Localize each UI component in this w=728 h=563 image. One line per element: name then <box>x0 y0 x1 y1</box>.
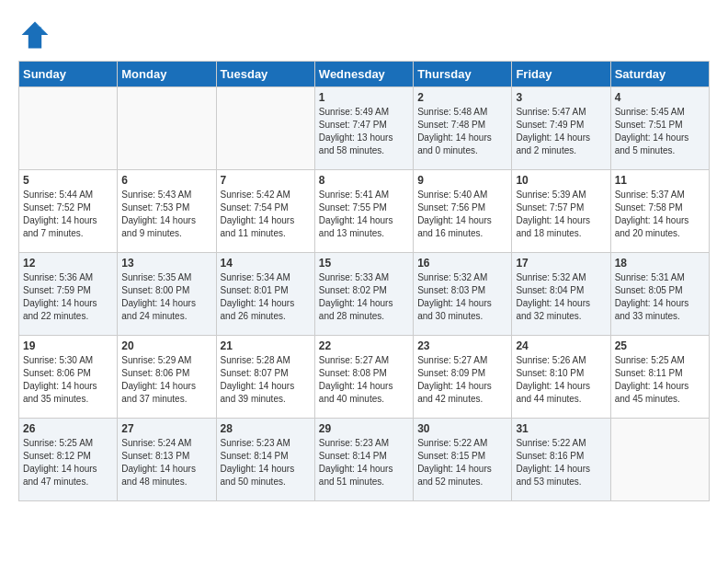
day-number: 31 <box>516 422 606 435</box>
calendar-cell: 28Sunrise: 5:23 AM Sunset: 8:14 PM Dayli… <box>216 419 314 501</box>
day-number: 7 <box>221 174 311 187</box>
day-info: Sunrise: 5:34 AM Sunset: 8:01 PM Dayligh… <box>221 271 311 323</box>
day-number: 5 <box>23 174 113 187</box>
day-number: 29 <box>319 422 409 435</box>
day-number: 14 <box>221 257 311 270</box>
calendar-cell: 12Sunrise: 5:36 AM Sunset: 7:59 PM Dayli… <box>19 253 118 336</box>
calendar-cell: 9Sunrise: 5:40 AM Sunset: 7:56 PM Daylig… <box>414 170 512 253</box>
calendar-cell: 7Sunrise: 5:42 AM Sunset: 7:54 PM Daylig… <box>216 170 314 253</box>
day-info: Sunrise: 5:22 AM Sunset: 8:16 PM Dayligh… <box>516 437 606 488</box>
day-info: Sunrise: 5:23 AM Sunset: 8:14 PM Dayligh… <box>221 437 311 488</box>
calendar-week-row: 1Sunrise: 5:49 AM Sunset: 7:47 PM Daylig… <box>19 87 710 170</box>
day-number: 23 <box>417 339 507 352</box>
calendar-cell: 31Sunrise: 5:22 AM Sunset: 8:16 PM Dayli… <box>512 419 610 501</box>
day-info: Sunrise: 5:27 AM Sunset: 8:09 PM Dayligh… <box>417 354 507 406</box>
calendar-cell: 23Sunrise: 5:27 AM Sunset: 8:09 PM Dayli… <box>414 336 512 419</box>
calendar-cell <box>118 87 216 170</box>
calendar-cell: 29Sunrise: 5:23 AM Sunset: 8:14 PM Dayli… <box>314 419 413 501</box>
calendar-cell: 10Sunrise: 5:39 AM Sunset: 7:57 PM Dayli… <box>512 170 610 253</box>
day-number: 26 <box>23 422 113 435</box>
day-info: Sunrise: 5:25 AM Sunset: 8:12 PM Dayligh… <box>23 437 113 488</box>
calendar-cell: 4Sunrise: 5:45 AM Sunset: 7:51 PM Daylig… <box>610 87 709 170</box>
day-info: Sunrise: 5:49 AM Sunset: 7:47 PM Dayligh… <box>319 106 409 157</box>
day-number: 19 <box>23 339 113 352</box>
day-info: Sunrise: 5:44 AM Sunset: 7:52 PM Dayligh… <box>23 189 113 240</box>
day-info: Sunrise: 5:30 AM Sunset: 8:06 PM Dayligh… <box>23 354 113 406</box>
day-number: 9 <box>417 174 507 187</box>
calendar-week-row: 19Sunrise: 5:30 AM Sunset: 8:06 PM Dayli… <box>19 336 710 419</box>
logo <box>18 18 55 52</box>
day-number: 25 <box>615 339 705 352</box>
weekday-header: Tuesday <box>216 62 314 87</box>
day-number: 1 <box>319 91 409 104</box>
day-number: 20 <box>121 339 211 352</box>
calendar-cell: 3Sunrise: 5:47 AM Sunset: 7:49 PM Daylig… <box>512 87 610 170</box>
calendar-cell: 17Sunrise: 5:32 AM Sunset: 8:04 PM Dayli… <box>512 253 610 336</box>
day-number: 3 <box>516 91 606 104</box>
day-number: 2 <box>417 91 507 104</box>
day-info: Sunrise: 5:47 AM Sunset: 7:49 PM Dayligh… <box>516 106 606 157</box>
calendar-cell: 18Sunrise: 5:31 AM Sunset: 8:05 PM Dayli… <box>610 253 709 336</box>
day-info: Sunrise: 5:24 AM Sunset: 8:13 PM Dayligh… <box>121 437 211 488</box>
day-info: Sunrise: 5:26 AM Sunset: 8:10 PM Dayligh… <box>516 354 606 406</box>
calendar-cell: 27Sunrise: 5:24 AM Sunset: 8:13 PM Dayli… <box>118 419 216 501</box>
day-number: 22 <box>319 339 409 352</box>
weekday-header: Friday <box>512 62 610 87</box>
calendar-cell: 5Sunrise: 5:44 AM Sunset: 7:52 PM Daylig… <box>19 170 118 253</box>
calendar-cell: 13Sunrise: 5:35 AM Sunset: 8:00 PM Dayli… <box>118 253 216 336</box>
page-header <box>18 18 710 52</box>
calendar-cell: 14Sunrise: 5:34 AM Sunset: 8:01 PM Dayli… <box>216 253 314 336</box>
calendar-cell <box>19 87 118 170</box>
weekday-header: Wednesday <box>314 62 413 87</box>
day-info: Sunrise: 5:33 AM Sunset: 8:02 PM Dayligh… <box>319 271 409 323</box>
calendar-table: SundayMondayTuesdayWednesdayThursdayFrid… <box>18 61 710 501</box>
day-info: Sunrise: 5:23 AM Sunset: 8:14 PM Dayligh… <box>319 437 409 488</box>
calendar-cell: 11Sunrise: 5:37 AM Sunset: 7:58 PM Dayli… <box>610 170 709 253</box>
day-info: Sunrise: 5:40 AM Sunset: 7:56 PM Dayligh… <box>417 189 507 240</box>
calendar-cell: 26Sunrise: 5:25 AM Sunset: 8:12 PM Dayli… <box>19 419 118 501</box>
day-number: 11 <box>615 174 705 187</box>
weekday-header: Thursday <box>414 62 512 87</box>
weekday-header: Saturday <box>610 62 709 87</box>
calendar-cell: 25Sunrise: 5:25 AM Sunset: 8:11 PM Dayli… <box>610 336 709 419</box>
day-number: 30 <box>417 422 507 435</box>
calendar-cell: 24Sunrise: 5:26 AM Sunset: 8:10 PM Dayli… <box>512 336 610 419</box>
day-info: Sunrise: 5:48 AM Sunset: 7:48 PM Dayligh… <box>417 106 507 157</box>
day-number: 16 <box>417 257 507 270</box>
calendar-cell: 20Sunrise: 5:29 AM Sunset: 8:06 PM Dayli… <box>118 336 216 419</box>
day-number: 15 <box>319 257 409 270</box>
day-info: Sunrise: 5:43 AM Sunset: 7:53 PM Dayligh… <box>121 189 211 240</box>
day-info: Sunrise: 5:32 AM Sunset: 8:03 PM Dayligh… <box>417 271 507 323</box>
day-number: 21 <box>221 339 311 352</box>
weekday-header-row: SundayMondayTuesdayWednesdayThursdayFrid… <box>19 62 710 87</box>
day-info: Sunrise: 5:32 AM Sunset: 8:04 PM Dayligh… <box>516 271 606 323</box>
calendar-cell: 30Sunrise: 5:22 AM Sunset: 8:15 PM Dayli… <box>414 419 512 501</box>
day-number: 17 <box>516 257 606 270</box>
day-info: Sunrise: 5:41 AM Sunset: 7:55 PM Dayligh… <box>319 189 409 240</box>
day-info: Sunrise: 5:42 AM Sunset: 7:54 PM Dayligh… <box>221 189 311 240</box>
day-info: Sunrise: 5:36 AM Sunset: 7:59 PM Dayligh… <box>23 271 113 323</box>
calendar-cell: 21Sunrise: 5:28 AM Sunset: 8:07 PM Dayli… <box>216 336 314 419</box>
day-number: 13 <box>121 257 211 270</box>
calendar-cell: 1Sunrise: 5:49 AM Sunset: 7:47 PM Daylig… <box>314 87 413 170</box>
day-info: Sunrise: 5:37 AM Sunset: 7:58 PM Dayligh… <box>615 189 705 240</box>
calendar-cell: 22Sunrise: 5:27 AM Sunset: 8:08 PM Dayli… <box>314 336 413 419</box>
day-info: Sunrise: 5:29 AM Sunset: 8:06 PM Dayligh… <box>121 354 211 406</box>
calendar-cell: 19Sunrise: 5:30 AM Sunset: 8:06 PM Dayli… <box>19 336 118 419</box>
calendar-week-row: 5Sunrise: 5:44 AM Sunset: 7:52 PM Daylig… <box>19 170 710 253</box>
svg-marker-0 <box>22 22 49 49</box>
day-info: Sunrise: 5:25 AM Sunset: 8:11 PM Dayligh… <box>615 354 705 406</box>
day-number: 28 <box>221 422 311 435</box>
calendar-week-row: 26Sunrise: 5:25 AM Sunset: 8:12 PM Dayli… <box>19 419 710 501</box>
day-number: 4 <box>615 91 705 104</box>
day-info: Sunrise: 5:31 AM Sunset: 8:05 PM Dayligh… <box>615 271 705 323</box>
day-number: 10 <box>516 174 606 187</box>
calendar-week-row: 12Sunrise: 5:36 AM Sunset: 7:59 PM Dayli… <box>19 253 710 336</box>
day-number: 24 <box>516 339 606 352</box>
day-number: 12 <box>23 257 113 270</box>
day-number: 18 <box>615 257 705 270</box>
day-number: 6 <box>121 174 211 187</box>
weekday-header: Sunday <box>19 62 118 87</box>
weekday-header: Monday <box>118 62 216 87</box>
calendar-cell: 15Sunrise: 5:33 AM Sunset: 8:02 PM Dayli… <box>314 253 413 336</box>
